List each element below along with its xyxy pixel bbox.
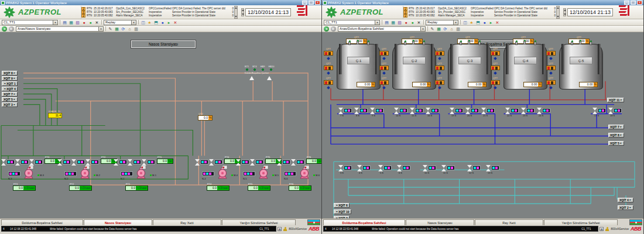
valve[interactable] [29, 159, 43, 166]
xqit-tag[interactable]: ◄XQİT 1 [2, 81, 18, 86]
datetime-spinner[interactable] [241, 8, 244, 16]
replay-combo[interactable]: Replay ▼ [104, 20, 136, 25]
valve[interactable]: 13 S [486, 164, 499, 171]
tank-level-readout[interactable]: 0.00% [412, 82, 431, 87]
tank-side-indicator[interactable]: QTT [378, 62, 390, 74]
status-indicator[interactable]: BT1 [245, 65, 249, 71]
tank-side-indicator[interactable]: QTT [545, 77, 557, 89]
status-indicator[interactable]: HB9 [261, 65, 265, 71]
pump-icon[interactable] [21, 166, 36, 180]
valve[interactable] [71, 159, 85, 166]
readout[interactable]: 11.4 [48, 113, 62, 118]
tank-side-indicator[interactable]: QTT [545, 62, 557, 74]
valve[interactable] [15, 159, 29, 166]
xqit-tag[interactable]: XQİT 8► [608, 133, 624, 137]
alarm-scrollbar[interactable] [556, 6, 560, 19]
valve[interactable]: 11 S [441, 164, 455, 171]
readout[interactable]: 0.0bar [157, 159, 173, 164]
valve[interactable] [236, 159, 249, 166]
valve[interactable]: 19 S [450, 107, 463, 114]
alarm-row[interactable]: 2RTN10 20:05:40:082Alarm Manager_SECAIno… [403, 14, 556, 18]
nav-forward-button[interactable]: ► [331, 26, 336, 32]
chevron-down-icon[interactable]: ▼ [131, 20, 136, 25]
readout[interactable]: 0.0m3/saat [248, 185, 270, 191]
help-icon[interactable]: ● [482, 20, 487, 25]
tank-side-indicator[interactable]: QTT [489, 47, 501, 60]
alarm-ack-icon[interactable]: ● [410, 20, 415, 25]
valve[interactable]: 8 S [354, 107, 368, 114]
pump-icon[interactable] [256, 166, 271, 180]
readout[interactable]: 0.0m3/saat [125, 185, 148, 191]
tank-side-indicator[interactable]: QTT [323, 62, 334, 74]
xqit-tag[interactable]: XQİT 5► [2, 97, 18, 102]
alarm-list[interactable]: 2RTN25 20:42:26:017OpcDA_Con_SECASC2OPCC… [403, 6, 556, 19]
delete-icon[interactable]: ✕ [94, 20, 100, 25]
valve[interactable]: 20 S [465, 107, 479, 114]
edit-icon[interactable]: ✎ [108, 26, 113, 32]
event-list-icon[interactable]: ▦ [68, 20, 74, 25]
nav-forward-button[interactable]: ► [9, 26, 14, 32]
edit-icon[interactable]: ✎ [430, 26, 435, 32]
layers-icon[interactable]: ▦ [436, 26, 441, 32]
datetime-spinner[interactable] [563, 8, 566, 16]
xqit-tag[interactable]: ◄XQİT 3 [334, 216, 350, 218]
trend-icon[interactable]: ▧ [397, 20, 402, 25]
readout[interactable]: 0.0m3/saat [13, 185, 36, 191]
chevron-down-icon[interactable]: ▼ [420, 27, 425, 31]
alarm-ack-icon[interactable]: ● [88, 20, 93, 25]
readout[interactable]: 0.0m3/saat [207, 185, 229, 191]
valve[interactable]: 17 S [592, 107, 606, 114]
valve[interactable] [277, 159, 290, 166]
delete-icon[interactable]: ✕ [416, 20, 422, 25]
alarm-stop-icon[interactable]: ● [81, 20, 87, 25]
page-tab[interactable]: Doldurma-Boşaltma Səhifəsi [323, 219, 405, 225]
tank-side-indicator[interactable]: QTT [378, 77, 390, 89]
xqit-tag[interactable]: ◄XQİT 4 [2, 87, 18, 91]
alarm-list-icon[interactable]: ▤ [62, 20, 67, 25]
tank-level-readout[interactable]: 0.00% [579, 82, 598, 87]
readout[interactable]: 0.0% [198, 115, 213, 121]
valve[interactable]: 21 S [481, 107, 495, 114]
refresh-icon[interactable]: ⟳ [121, 26, 126, 32]
display-path-combo[interactable]: Anas/Nasos Stansiyası ▼ [16, 26, 104, 32]
xqit-tag[interactable]: ◄XQİT 6 [334, 203, 350, 208]
pump-icon[interactable] [297, 166, 312, 180]
replay-combo[interactable]: Replay ▼ [426, 20, 458, 25]
valve[interactable]: 24 S [537, 107, 550, 114]
page-tab[interactable]: Yanğın Söndürmə Səhifəsi [222, 219, 296, 225]
valve[interactable]: 7 S [338, 107, 352, 114]
xqit-tag[interactable]: XQİT 7► [2, 92, 18, 97]
pump-icon[interactable] [77, 166, 93, 180]
tank-side-indicator[interactable]: QTT [434, 47, 446, 60]
xqit-tag[interactable]: XQİT 3► [2, 102, 18, 107]
xqit-tag[interactable]: XQİT 9► [2, 76, 18, 81]
window-grid-icon[interactable]: ▦ [278, 227, 282, 231]
help-icon[interactable]: ● [160, 20, 165, 25]
valve[interactable]: 22 S [505, 107, 519, 114]
valve[interactable]: 12 S [467, 164, 481, 171]
alarm-row[interactable]: 2RTN10 20:05:40:083Srv_Provider_SECASCIn… [81, 11, 234, 14]
valve[interactable] [85, 159, 99, 166]
chevron-down-icon[interactable]: ▼ [453, 20, 458, 25]
tank-level-readout[interactable]: 0.00% [468, 82, 487, 87]
alarm-row[interactable]: 2RTN25 20:42:26:017OpcDA_Con_SECASC2OPCC… [403, 7, 556, 11]
xqit-tag[interactable]: ◄XQİT 10 [334, 209, 351, 214]
page-tab[interactable]: Nasos Stansiyası [84, 219, 152, 225]
nav-back-button[interactable]: ◄ [324, 26, 329, 32]
window-titlebar[interactable]: PPA8X2 System 1 Operator Workplace [322, 0, 643, 5]
page-tab[interactable]: Ray Xətti [153, 219, 221, 225]
valve[interactable]: 18 S [608, 107, 622, 114]
tank-side-indicator[interactable]: QTT [489, 77, 501, 89]
tank-side-indicator[interactable]: QTT [489, 62, 501, 74]
valve[interactable]: 23 S [521, 107, 535, 114]
valve[interactable]: 14 S [394, 107, 407, 114]
tag-combo[interactable]: C1_TT1 ▼ [2, 20, 58, 25]
readout[interactable]: 0.0m3/saat [69, 185, 92, 191]
readout[interactable]: 0.0m3/saat [289, 185, 311, 191]
display-path-combo[interactable]: Anas/Dolum-Boşaltma Səhifəsi ▼ [338, 26, 426, 32]
list-icon[interactable]: ▥ [133, 26, 139, 32]
valve[interactable]: 16 S [426, 107, 439, 114]
tank-side-indicator[interactable]: QTT [545, 47, 557, 60]
page-tab[interactable]: Yanğın Söndürmə Səhifəsi [544, 219, 618, 225]
favorites-icon[interactable]: ★ [147, 20, 152, 25]
